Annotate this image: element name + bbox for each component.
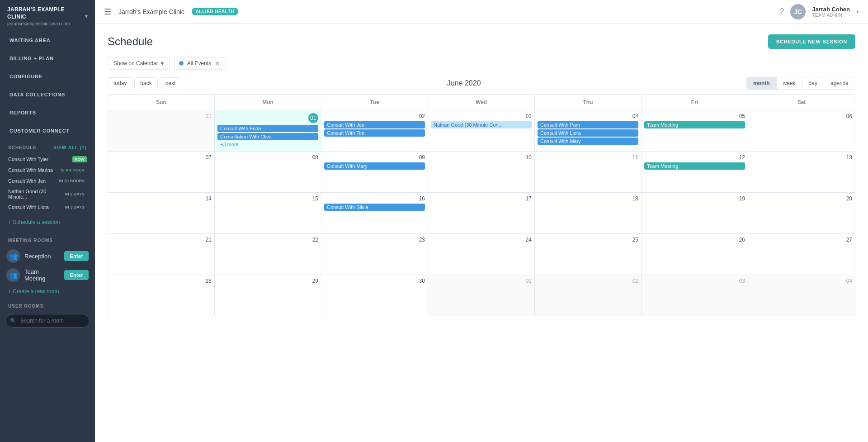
schedule-item-2[interactable]: Consult With Jen IN 20 HOURS — [0, 176, 95, 186]
calendar-cell[interactable]: 03 — [642, 275, 748, 316]
calendar-cell[interactable]: 12 Team Meeting — [642, 152, 748, 192]
calendar-cell[interactable]: 19 — [642, 193, 748, 233]
calendar-event[interactable]: Consult With Mary — [538, 138, 638, 145]
calendar-event[interactable]: Consult With Mary — [324, 162, 425, 170]
calendar-week-4: 21 22 23 24 25 26 27 — [108, 234, 855, 275]
user-rooms-header: USER ROOMS — [0, 298, 95, 312]
calendar-cell[interactable]: 16 Consult With Silvia — [321, 193, 428, 233]
calendar-cell[interactable]: 29 — [215, 275, 321, 316]
calendar-cell[interactable]: 28 — [108, 275, 215, 316]
avatar: JC — [790, 4, 806, 19]
sidebar-item-data-collections[interactable]: DATA COLLECTIONS — [0, 86, 95, 104]
schedule-item-4[interactable]: Consult With Liora IN 3 DAYS — [0, 202, 95, 213]
calendar-cell[interactable]: 11 — [535, 152, 642, 192]
calendar-cell[interactable]: 14 — [108, 193, 215, 233]
calendar-event[interactable]: Nathan Good (30 Minute Con... — [431, 121, 532, 128]
back-button[interactable]: back — [134, 77, 157, 89]
cell-date: 18 — [538, 195, 638, 202]
room-enter-button-reception[interactable]: Enter — [64, 251, 89, 261]
calendar-cell[interactable]: 03 Nathan Good (30 Minute Con... — [428, 110, 535, 151]
cell-date: 25 — [538, 237, 638, 243]
schedule-item-name-4: Consult With Liora — [8, 204, 49, 210]
schedule-item-3[interactable]: Nathan Good (30 Minute... IN 2 DAYS — [0, 186, 95, 202]
calendar-cell[interactable]: 08 — [215, 152, 321, 192]
user-menu-chevron-icon[interactable]: ▾ — [856, 9, 859, 15]
topbar: ☰ Jarrah's Example Clinic ALLIED HEALTH … — [95, 0, 868, 24]
calendar-event[interactable]: Consult With Liora — [538, 129, 638, 137]
calendar-cell[interactable]: 25 — [535, 234, 642, 275]
clinic-name: JARRAH'S EXAMPLE CLINIC — [7, 6, 85, 20]
view-agenda-button[interactable]: agenda — [824, 77, 855, 89]
schedule-new-session-button[interactable]: SCHEDULE NEW SESSION — [768, 34, 855, 49]
calendar-event[interactable]: Consultation With Clive — [217, 133, 318, 140]
view-week-button[interactable]: week — [777, 77, 802, 89]
schedule-item-0[interactable]: Consult With Tyler NOW — [0, 154, 95, 165]
calendar-cell[interactable]: 02 Consult With Jen Consult With Tim — [321, 110, 428, 151]
calendar-cell[interactable]: 26 — [642, 234, 748, 275]
create-room-button[interactable]: + Create a new room — [8, 288, 87, 295]
view-day-button[interactable]: day — [802, 77, 824, 89]
sidebar-item-waiting-area[interactable]: WAITING AREA — [0, 31, 95, 49]
filter-label: Show on Calendar — [113, 60, 158, 67]
sidebar-brand[interactable]: JARRAH'S EXAMPLE CLINIC jarrahsexamplecl… — [0, 0, 95, 31]
search-room-input[interactable] — [5, 314, 90, 328]
calendar-event[interactable]: Team Meeting — [644, 162, 745, 170]
calendar-cell[interactable]: 30 — [321, 275, 428, 316]
calendar-event[interactable]: Consult With Frida — [217, 125, 318, 132]
cell-date: 21 — [111, 237, 212, 243]
calendar-event[interactable]: Team Meeting — [644, 121, 745, 128]
filter-dot — [179, 61, 184, 66]
calendar-cell[interactable]: 13 — [748, 152, 855, 192]
cell-date: 03 — [431, 113, 532, 119]
calendar-event[interactable]: Consult With Silvia — [324, 204, 425, 211]
calendar-cell[interactable]: 04 — [748, 275, 855, 316]
help-icon[interactable]: ? — [779, 7, 784, 16]
calendar-cell[interactable]: 20 — [748, 193, 855, 233]
header-tue: Tue — [321, 95, 428, 110]
calendar-cell[interactable]: 02 — [535, 275, 642, 316]
calendar-cell[interactable]: 18 — [535, 193, 642, 233]
more-events-link[interactable]: +3 more — [217, 141, 318, 147]
calendar-event[interactable]: Consult With Tim — [324, 129, 425, 137]
calendar-event[interactable]: Consult With Pam — [538, 121, 638, 128]
schedule-badge-1: IN AN HOUR — [58, 167, 87, 173]
topbar-username: Jarrah Cohen — [812, 6, 850, 13]
calendar-grid: Sun Mon Tue Wed Thu Fri Sat 31 01 Consul… — [108, 94, 855, 316]
calendar-cell[interactable]: 01 — [428, 275, 535, 316]
view-month-button[interactable]: month — [747, 77, 777, 89]
calendar-week-2: 07 08 09 Consult With Mary 10 11 12 Team — [108, 152, 855, 193]
calendar-cell[interactable]: 09 Consult With Mary — [321, 152, 428, 192]
sidebar-item-configure[interactable]: CONFIGURE — [0, 67, 95, 86]
calendar-cell-today[interactable]: 01 Consult With Frida Consultation With … — [215, 110, 321, 151]
search-room-container: 🔍 — [5, 314, 90, 328]
room-enter-button-team-meeting[interactable]: Enter — [64, 270, 89, 280]
calendar-cell[interactable]: 05 Team Meeting — [642, 110, 748, 151]
calendar-cell[interactable]: 31 — [108, 110, 215, 151]
remove-filter-button[interactable]: ✕ — [215, 60, 220, 67]
show-on-calendar-button[interactable]: Show on Calendar ▾ — [108, 57, 170, 70]
calendar-cell[interactable]: 10 — [428, 152, 535, 192]
calendar-cell[interactable]: 15 — [215, 193, 321, 233]
view-all-link[interactable]: VIEW ALL (7) — [53, 145, 87, 150]
sidebar-item-reports[interactable]: REPORTS — [0, 104, 95, 122]
schedule-label: SCHEDULE — [8, 145, 37, 150]
calendar-cell[interactable]: 22 — [215, 234, 321, 275]
next-button[interactable]: next — [160, 77, 182, 89]
schedule-item-name-3: Nathan Good (30 Minute... — [8, 189, 63, 200]
calendar-cell[interactable]: 27 — [748, 234, 855, 275]
menu-icon[interactable]: ☰ — [104, 7, 111, 17]
calendar-cell[interactable]: 24 — [428, 234, 535, 275]
sidebar-item-billing-plan[interactable]: BILLING + PLAN — [0, 49, 95, 67]
schedule-item-1[interactable]: Consult With Marina IN AN HOUR — [0, 165, 95, 176]
calendar-cell[interactable]: 07 — [108, 152, 215, 192]
calendar-cell[interactable]: 17 — [428, 193, 535, 233]
schedule-badge-0: NOW — [72, 156, 87, 162]
calendar-cell[interactable]: 23 — [321, 234, 428, 275]
schedule-session-button[interactable]: + Schedule a session — [8, 218, 87, 226]
sidebar-item-customer-connect[interactable]: CUSTOMER CONNECT — [0, 122, 95, 140]
calendar-cell[interactable]: 06 — [748, 110, 855, 151]
calendar-cell[interactable]: 21 — [108, 234, 215, 275]
today-button[interactable]: today — [108, 77, 132, 89]
calendar-event[interactable]: Consult With Jen — [324, 121, 425, 128]
calendar-cell[interactable]: 04 Consult With Pam Consult With Liora C… — [535, 110, 642, 151]
